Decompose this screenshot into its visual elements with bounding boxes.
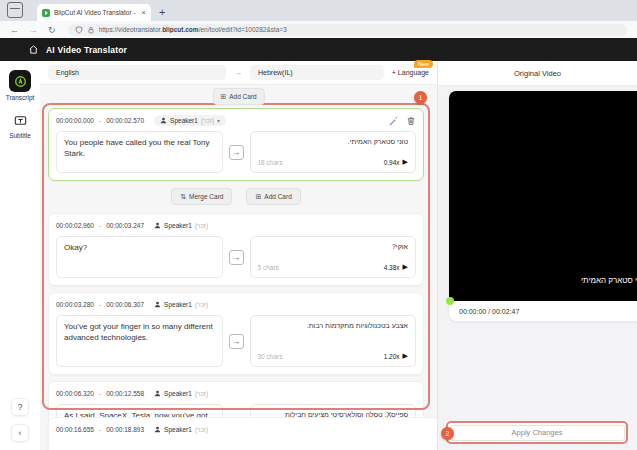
transcript-editor: English → Hebrew(IL) + Language New ⊞ Ad… — [40, 61, 437, 450]
speaker-select[interactable]: Speaker1 (זכר) ▾ — [154, 115, 226, 126]
speed-and-play: 0.94x▶ — [384, 157, 408, 167]
speaker-icon — [154, 426, 161, 433]
target-text[interactable]: אצבע בטכנולוגיות מתקדמות רבות. — [258, 321, 409, 331]
start-time[interactable]: 00:00:00.000 — [56, 117, 94, 124]
browser-nav-bar: ← → ↻ https://videotranslator.blipcut.co… — [0, 21, 637, 39]
close-tab-icon[interactable]: × — [141, 8, 146, 17]
collapse-sidebar-button[interactable]: ‹ — [11, 424, 29, 442]
end-time[interactable]: 00:00:12.558 — [106, 390, 144, 397]
transfer-arrow-icon[interactable]: → — [229, 145, 244, 160]
start-time[interactable]: 00:00:02.960 — [56, 222, 94, 229]
target-text[interactable]: טוני סטארק האמיתי. — [258, 137, 409, 147]
reload-icon[interactable]: ↻ — [48, 25, 56, 35]
start-time[interactable]: 00:00:06.320 — [56, 390, 94, 397]
card-list: 00:00:00.000 - 00:00:02.570 Speaker1 (זכ… — [48, 108, 424, 450]
end-time[interactable]: 00:00:06.307 — [106, 301, 144, 308]
transcript-card[interactable]: 00:00:03.280 - 00:00:06.307 Speaker1 (זכ… — [48, 292, 424, 375]
video-player[interactable]: טוני סטארק האמיתי 00:00:00 / 00:02:47 — [449, 91, 637, 321]
play-icon[interactable]: ▶ — [403, 351, 408, 361]
home-icon[interactable] — [28, 44, 39, 55]
sidebar-item-subtitle[interactable]: Subtitle — [0, 110, 40, 139]
tab-overview-icon[interactable] — [7, 2, 23, 18]
new-tab-icon[interactable]: + — [159, 5, 165, 19]
time-dash: - — [99, 222, 101, 229]
time-dash: - — [99, 390, 101, 397]
speaker-select[interactable]: Speaker1 (זכר) — [154, 390, 208, 397]
end-time[interactable]: 00:00:18.893 — [106, 426, 144, 433]
source-language-select[interactable]: English — [48, 65, 226, 80]
transcript-card[interactable]: 00:00:00.000 - 00:00:02.570 Speaker1 (זכ… — [48, 108, 424, 181]
play-icon[interactable]: ▶ — [403, 262, 408, 272]
merge-icon: ⇅ — [180, 193, 186, 201]
start-time[interactable]: 00:00:16.655 — [56, 426, 94, 433]
speed-and-play: 4.38x▶ — [384, 262, 408, 272]
app-header: AI Video Translator — [0, 38, 637, 61]
add-card-top-button[interactable]: ⊞ Add Card — [212, 88, 264, 105]
target-text-box[interactable]: אוקי? 5 chars 4.38x▶ — [250, 236, 417, 278]
add-card-between-button[interactable]: ⊞ Add Card — [246, 188, 300, 205]
blipcut-editor-screen: { "browser": { "tab_title": "BlipCut AI … — [0, 0, 637, 450]
transfer-arrow-icon[interactable]: → — [229, 250, 244, 265]
apply-changes-button[interactable]: Apply Changes — [450, 425, 625, 441]
delete-card-icon[interactable] — [406, 116, 416, 126]
speaker-icon — [154, 390, 161, 397]
add-language-button[interactable]: + Language New — [392, 69, 429, 76]
browser-tab-strip: BlipCut AI Video Translator - Fu × + — [0, 0, 637, 21]
step-badge-1: 1 — [414, 91, 427, 104]
sidebar-item-transcript[interactable]: Transcript — [0, 70, 40, 101]
video-panel-title: Original Video — [438, 61, 637, 86]
tab-title: BlipCut AI Video Translator - Fu — [54, 9, 137, 16]
speed-and-play: 1.20x▶ — [384, 351, 408, 361]
language-arrow-icon: → — [234, 68, 242, 77]
add-card-icon: ⊞ — [255, 193, 261, 201]
forward-icon[interactable]: → — [29, 25, 38, 35]
transcript-card[interactable]: 00:00:02.960 - 00:00:03.247 Speaker1 (זכ… — [48, 213, 424, 286]
transcript-card[interactable]: 00:00:16.655 - 00:00:18.893 Speaker1 (זכ… — [48, 417, 440, 450]
target-text[interactable]: אוקי? — [258, 242, 409, 252]
target-language-select[interactable]: Hebrew(IL) — [250, 65, 384, 80]
help-button[interactable]: ? — [11, 398, 29, 416]
merge-card-button[interactable]: ⇅ Merge Card — [171, 188, 232, 205]
transcript-label: Transcript — [6, 94, 35, 101]
add-card-icon: ⊞ — [220, 93, 226, 101]
target-text-box[interactable]: אצבע בטכנולוגיות מתקדמות רבות. 30 chars … — [250, 315, 417, 367]
transfer-arrow-icon[interactable]: → — [229, 334, 244, 349]
progress-handle[interactable] — [446, 297, 454, 305]
between-card-actions: ⇅ Merge Card ⊞ Add Card — [48, 188, 424, 205]
speaker-select[interactable]: Speaker1 (זכר) — [154, 222, 208, 229]
lock-icon — [87, 26, 95, 34]
url-text: https://videotranslator.blipcut.com/en/t… — [99, 26, 287, 33]
speaker-select[interactable]: Speaker1 (זכר) — [154, 301, 208, 308]
chevron-down-icon: ▾ — [217, 117, 220, 124]
time-dash: - — [99, 426, 101, 433]
url-bar[interactable]: https://videotranslator.blipcut.com/en/t… — [68, 24, 627, 36]
subtitle-icon — [14, 114, 27, 127]
ai-edit-wand-icon[interactable] — [388, 116, 398, 126]
end-time[interactable]: 00:00:03.247 — [106, 222, 144, 229]
end-time[interactable]: 00:00:02.570 — [106, 117, 144, 124]
video-screen[interactable]: טוני סטארק האמיתי — [449, 91, 637, 301]
char-count: 5 chars — [258, 263, 279, 272]
video-panel: Original Video טוני סטארק האמיתי 00:00:0… — [437, 61, 637, 450]
shield-icon[interactable] — [75, 26, 83, 34]
left-sidebar: Transcript Subtitle ? ‹ — [0, 61, 40, 450]
language-bar: English → Hebrew(IL) + Language New — [40, 61, 437, 85]
target-text-box[interactable]: טוני סטארק האמיתי. 18 chars 0.94x▶ — [250, 131, 417, 173]
new-badge: New — [414, 60, 433, 68]
time-dash: - — [99, 117, 101, 124]
source-text-box[interactable]: Okay? — [56, 236, 223, 278]
source-text-box[interactable]: You people have called you the real Tony… — [56, 131, 223, 173]
step-badge-2: 2 — [441, 427, 454, 440]
source-text-box[interactable]: You've got your finger in so many differ… — [56, 315, 223, 367]
time-dash: - — [99, 301, 101, 308]
browser-tab[interactable]: BlipCut AI Video Translator - Fu × — [37, 4, 151, 21]
back-icon[interactable]: ← — [10, 25, 19, 35]
speaker-icon — [154, 301, 161, 308]
app-title: AI Video Translator — [46, 45, 127, 55]
video-subtitle-overlay: טוני סטארק האמיתי — [581, 276, 637, 285]
char-count: 18 chars — [258, 158, 283, 167]
play-icon[interactable]: ▶ — [403, 157, 408, 167]
char-count: 30 chars — [258, 352, 283, 361]
start-time[interactable]: 00:00:03.280 — [56, 301, 94, 308]
speaker-select[interactable]: Speaker1 (זכר) — [154, 426, 208, 433]
